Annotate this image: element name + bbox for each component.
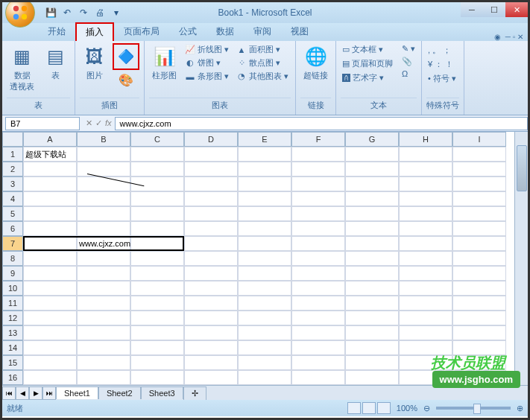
area-chart-button[interactable]: ▲面积图 ▾ [234,43,291,56]
cell[interactable] [399,147,452,162]
vertical-scrollbar[interactable] [514,132,528,385]
cell[interactable] [77,176,130,191]
cell[interactable] [399,206,452,221]
cell[interactable] [77,370,130,385]
row-header[interactable]: 2 [2,162,23,176]
cell[interactable] [452,251,506,266]
other-chart-button[interactable]: ◔其他图表 ▾ [234,70,291,83]
hyperlink-button[interactable]: 🌐 超链接 [300,43,331,83]
cell[interactable] [291,296,345,311]
cell[interactable] [23,206,77,221]
cell[interactable] [238,162,291,176]
undo-icon[interactable]: ↶ [60,6,74,19]
cell[interactable] [399,236,452,251]
cell[interactable]: 超级下载站 [23,147,77,162]
cell[interactable] [345,311,399,325]
cell[interactable] [452,147,506,162]
print-preview-icon[interactable]: 🖨 [93,6,107,19]
cell[interactable] [291,325,345,340]
cell[interactable] [238,191,291,206]
symbol-button[interactable]: • 符号 ▾ [428,73,456,84]
cell[interactable] [130,370,184,385]
sheet-nav-last[interactable]: ⏭ [42,386,56,400]
cell[interactable] [77,281,130,296]
row-header[interactable]: 15 [2,355,23,370]
cell[interactable] [184,370,238,385]
cell[interactable] [452,266,506,281]
cell[interactable] [238,325,291,340]
zoom-out-button[interactable]: ⊖ [423,404,430,413]
column-header[interactable]: C [130,132,184,147]
cell[interactable] [345,176,399,191]
cell[interactable] [77,266,130,281]
pie-chart-button[interactable]: ◐饼图 ▾ [183,57,231,69]
sheet-tab-3[interactable]: Sheet3 [141,386,183,399]
cell[interactable] [238,251,291,266]
column-header[interactable]: B [77,132,130,147]
cell[interactable] [345,206,399,221]
redo-icon[interactable]: ↷ [77,6,90,19]
help-icon[interactable]: ◉ [494,33,501,41]
cell[interactable] [452,191,506,206]
symbol-obj-button[interactable]: Ω [400,69,417,79]
row-header[interactable]: 7 [2,236,23,251]
close-button[interactable]: ✕ [505,2,528,17]
row-header[interactable]: 9 [2,266,23,281]
cell[interactable] [184,311,238,325]
cell[interactable] [345,266,399,281]
cell[interactable] [238,147,291,162]
cell[interactable] [345,251,399,266]
cell[interactable] [399,191,452,206]
cell[interactable] [345,355,399,370]
cell[interactable] [238,370,291,385]
cell[interactable] [399,311,452,325]
cell[interactable] [184,251,238,266]
cell[interactable] [345,370,399,385]
cell[interactable] [23,311,77,325]
cell[interactable] [130,221,184,236]
cell[interactable] [130,311,184,325]
smartart-button[interactable]: 🎨 [113,71,139,89]
cell[interactable] [23,281,77,296]
cell[interactable] [291,191,345,206]
zoom-level[interactable]: 100% [397,404,417,413]
cell[interactable] [345,340,399,355]
cell[interactable] [23,340,77,355]
cell[interactable] [399,325,452,340]
cell[interactable] [130,325,184,340]
cancel-formula-icon[interactable]: ✕ [86,118,92,128]
cell[interactable] [452,325,506,340]
cell[interactable] [23,221,77,236]
cell[interactable] [345,221,399,236]
cell[interactable] [130,281,184,296]
column-header[interactable]: F [291,132,345,147]
cell[interactable] [345,236,399,251]
cell[interactable] [130,355,184,370]
cell[interactable] [130,266,184,281]
cell[interactable] [345,147,399,162]
cell[interactable] [184,176,238,191]
cell[interactable] [238,296,291,311]
sheet-nav-prev[interactable]: ◀ [16,386,29,400]
cell[interactable] [77,162,130,176]
cell[interactable] [291,147,345,162]
signature-button[interactable]: ✎▾ [400,43,417,54]
cell[interactable] [130,147,184,162]
cell[interactable] [345,281,399,296]
row-header[interactable]: 3 [2,176,23,191]
cell[interactable] [452,236,506,251]
cell[interactable] [130,191,184,206]
row-header[interactable]: 16 [2,370,23,385]
cell[interactable] [23,296,77,311]
row-header[interactable]: 14 [2,340,23,355]
cell[interactable] [130,162,184,176]
cell[interactable] [184,355,238,370]
cell[interactable] [77,221,130,236]
column-header[interactable]: G [345,132,399,147]
cell[interactable] [238,266,291,281]
cell[interactable] [291,162,345,176]
maximize-button[interactable]: ☐ [483,2,505,17]
row-header[interactable]: 8 [2,251,23,266]
cell[interactable] [130,340,184,355]
cell[interactable] [184,296,238,311]
